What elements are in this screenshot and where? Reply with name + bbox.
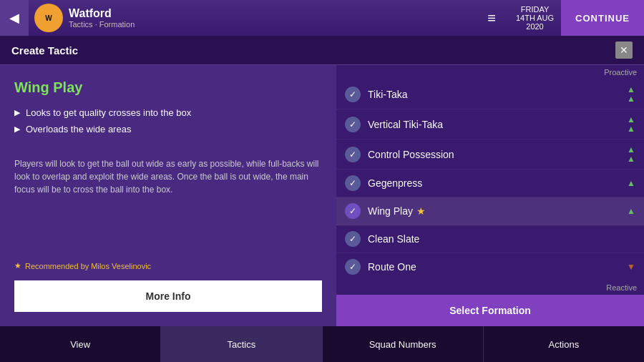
tactic-description: Players will look to get the ball out wi…: [14, 157, 322, 254]
arrow-up-icon: ▲: [627, 94, 635, 103]
tactic-check-icon: ✓: [345, 231, 361, 247]
back-icon: ◀: [9, 10, 19, 26]
date-line1: FRIDAY: [516, 5, 554, 14]
tactic-item-name: Vertical Tiki-Taka: [368, 119, 627, 130]
modal-close-button[interactable]: ✕: [615, 41, 633, 59]
tactic-list-item-vertical-tiki-taka[interactable]: ✓Vertical Tiki-Taka▲▲: [336, 109, 644, 140]
club-name: Watford: [69, 7, 480, 20]
hamburger-icon[interactable]: ≡: [480, 10, 503, 26]
tactic-arrows: ▲: [627, 179, 635, 187]
top-bar: ◀ W Watford Tactics · Formation ≡ FRIDAY…: [0, 0, 644, 36]
bottom-tab-actions[interactable]: Actions: [484, 326, 644, 362]
select-formation-button[interactable]: Select Formation: [336, 295, 644, 326]
tactic-item-name: Control Possession: [368, 149, 627, 160]
club-info: Watford Tactics · Formation: [69, 7, 480, 29]
bottom-tab-squad-numbers[interactable]: Squad Numbers: [323, 326, 484, 362]
modal-overlay: Create Tactic ✕ Wing Play ▶ Looks to get…: [0, 36, 644, 326]
tactic-check-icon: ✓: [345, 175, 361, 191]
modal-body: Wing Play ▶ Looks to get quality crosses…: [0, 65, 644, 326]
arrow-up-icon: ▲: [627, 115, 635, 124]
left-panel: Wing Play ▶ Looks to get quality crosses…: [0, 65, 336, 326]
tactic-arrows: ▲: [627, 207, 635, 215]
arrow-up-icon: ▲: [627, 207, 635, 215]
arrow-up-icon: ▲: [627, 179, 635, 187]
arrow-down-icon: ▼: [627, 263, 635, 271]
reactive-label: Reactive: [336, 280, 644, 295]
arrow-up-icon: ▲: [627, 145, 635, 154]
tactic-check-icon: ✓: [345, 259, 361, 275]
tactic-item-name: Gegenpress: [368, 177, 627, 189]
tactic-item-name: Tiki-Taka: [368, 89, 627, 100]
continue-button[interactable]: CONTINUE: [561, 0, 644, 36]
tactic-arrows: ▲▲: [627, 115, 635, 133]
recommended-by: ★ Recommended by Milos Veselinovic: [14, 261, 322, 270]
bullet-arrow-icon: ▶: [14, 108, 20, 117]
club-logo: W: [34, 4, 63, 32]
tactic-list: ✓Tiki-Taka▲▲✓Vertical Tiki-Taka▲▲✓Contro…: [336, 79, 644, 280]
bottom-tab-tactics[interactable]: Tactics: [161, 326, 322, 362]
bullet-text: Looks to get quality crosses into the bo…: [26, 107, 191, 118]
bullet-item: ▶ Looks to get quality crosses into the …: [14, 107, 322, 118]
star-icon: ★: [14, 261, 21, 270]
bullet-text: Overloads the wide areas: [26, 124, 131, 134]
bottom-tab-view[interactable]: View: [0, 326, 161, 362]
right-panel: Proactive ✓Tiki-Taka▲▲✓Vertical Tiki-Tak…: [336, 65, 644, 326]
arrow-up-icon: ▲: [627, 85, 635, 94]
date-line2: 14TH AUG: [516, 14, 554, 22]
bullet-arrow-icon: ▶: [14, 124, 20, 134]
tactic-star-icon: ★: [416, 205, 426, 217]
selected-tactic-name: Wing Play: [14, 79, 322, 96]
arrow-up-icon: ▲: [627, 155, 635, 163]
top-center: ≡ FRIDAY 14TH AUG 2020: [480, 5, 561, 31]
tactic-list-item-tiki-taka[interactable]: ✓Tiki-Taka▲▲: [336, 79, 644, 109]
tactic-list-item-clean-slate[interactable]: ✓Clean Slate: [336, 225, 644, 253]
tactic-arrows: ▲▲: [627, 85, 635, 103]
tactic-check-icon: ✓: [345, 117, 361, 132]
tactic-arrows: ▼: [627, 263, 635, 271]
tactic-arrows: ▲▲: [627, 145, 635, 163]
recommended-text: Recommended by Milos Veselinovic: [25, 262, 151, 270]
club-subtitle: Tactics · Formation: [69, 20, 480, 29]
proactive-label: Proactive: [336, 65, 644, 79]
tactic-item-name: Clean Slate: [368, 233, 635, 245]
tactic-bullets: ▶ Looks to get quality crosses into the …: [14, 107, 322, 140]
tactic-list-item-control-possession[interactable]: ✓Control Possession▲▲: [336, 140, 644, 170]
tactic-item-name: Wing Play★: [368, 205, 627, 217]
tactic-item-name: Route One: [368, 261, 627, 273]
modal-title: Create Tactic: [11, 44, 78, 57]
more-info-button[interactable]: More Info: [14, 280, 322, 312]
date-box: FRIDAY 14TH AUG 2020: [509, 5, 561, 31]
bullet-item: ▶ Overloads the wide areas: [14, 124, 322, 134]
back-button[interactable]: ◀: [0, 0, 29, 36]
tactic-list-item-route-one[interactable]: ✓Route One▼: [336, 253, 644, 280]
arrow-up-icon: ▲: [627, 124, 635, 133]
date-line3: 2020: [516, 22, 554, 31]
tactic-list-item-gegenpress[interactable]: ✓Gegenpress▲: [336, 170, 644, 197]
tactic-check-icon: ✓: [345, 87, 361, 102]
modal-header: Create Tactic ✕: [0, 36, 644, 65]
tactic-list-item-wing-play[interactable]: ✓Wing Play★▲: [336, 197, 644, 225]
tactic-check-icon: ✓: [345, 147, 361, 162]
bottom-bar: ViewTacticsSquad NumbersActions: [0, 326, 644, 362]
tactic-check-icon: ✓: [345, 203, 361, 219]
